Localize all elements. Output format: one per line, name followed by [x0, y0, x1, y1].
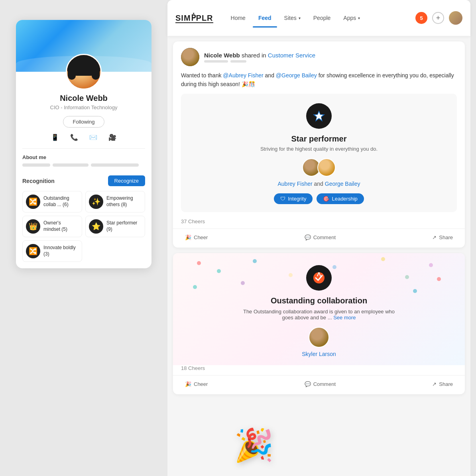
- nav-feed[interactable]: Feed: [253, 12, 277, 24]
- recognition-badge-icon: [306, 103, 332, 129]
- celebration-title: Oustanding collaboration: [181, 296, 457, 305]
- nav-sites[interactable]: Sites ▾: [279, 12, 306, 24]
- confetti: [193, 285, 197, 289]
- mention-george[interactable]: @George Bailey: [276, 72, 317, 79]
- call-icon[interactable]: 📞: [69, 132, 80, 143]
- mention-aubrey[interactable]: @Aubrey Fisher: [223, 72, 263, 79]
- comment-button-1[interactable]: 💬 Comment: [301, 232, 340, 243]
- comment-button-2[interactable]: 💬 Comment: [301, 379, 340, 389]
- cheer-icon: 🎉: [185, 381, 191, 387]
- badge-label-innovate: Innovate boldly (3): [43, 245, 79, 257]
- post-meta-1: Nicole Webb shared in Customer Service: [204, 52, 457, 63]
- celebration-desc: The Outstanding collaboration award is g…: [239, 309, 399, 321]
- badge-label-star: Star performer (9): [106, 220, 142, 232]
- placeholder-line: [91, 163, 139, 167]
- profile-card: Nicole Webb CIO - Information Technology…: [16, 20, 151, 268]
- add-button[interactable]: +: [432, 12, 444, 24]
- feed-area: Nicole Webb shared in Customer Service W…: [167, 36, 470, 476]
- badge-item-innovate[interactable]: 🔀 Innovate boldly (3): [22, 240, 82, 262]
- post-actions-1: 🎉 Cheer 💬 Comment ↗ Share: [173, 228, 465, 248]
- confetti: [437, 277, 441, 281]
- recognition-header: Recognition Recognize: [22, 175, 145, 186]
- contact-icons: 📱 📞 ✉️ 🎥: [16, 132, 151, 143]
- recipient-skyler-name[interactable]: Skyler Larson: [181, 351, 457, 357]
- about-label: About me: [22, 154, 145, 160]
- badge-icon-owner: 👑: [26, 219, 40, 234]
- badge-item-outstanding[interactable]: 🔀 Outstanding collab ... (6): [22, 191, 82, 212]
- post-channel[interactable]: Customer Service: [268, 52, 315, 59]
- nav-people[interactable]: People: [308, 12, 336, 24]
- recognition-names: Aubrey Fisher and George Bailey: [189, 181, 449, 187]
- confetti: [241, 281, 245, 285]
- avatar-face: [181, 48, 199, 66]
- comment-icon: 💬: [305, 381, 311, 387]
- post-content-1: Wanted to thank @Aubrey Fisher and @Geor…: [173, 71, 465, 94]
- post-header-1: Nicole Webb shared in Customer Service: [173, 41, 465, 71]
- tag-integrity[interactable]: 🛡 Integrity: [274, 193, 313, 204]
- avatar: [66, 54, 102, 90]
- phone-icon[interactable]: 📱: [49, 132, 61, 143]
- top-nav: SIMṖPLR Home Feed Sites ▾ People Apps ▾ …: [167, 0, 470, 36]
- badge-icon-empowering: ✨: [89, 195, 103, 209]
- cheer-icon: 🎉: [185, 234, 191, 240]
- logo-text: SIMṖPLR: [175, 14, 213, 23]
- cheer-button-1[interactable]: 🎉 Cheer: [181, 232, 212, 243]
- post-action: shared in: [242, 52, 268, 59]
- confetti: [197, 261, 201, 265]
- badge-item-empowering[interactable]: ✨ Empowering others (8): [85, 191, 145, 212]
- confetti: [217, 269, 221, 273]
- profile-actions: Following: [16, 116, 151, 128]
- post-card-1: Nicole Webb shared in Customer Service W…: [173, 41, 465, 248]
- confetti: [289, 273, 293, 277]
- post-text: Wanted to thank: [181, 72, 223, 79]
- party-popper: 🎉: [234, 427, 274, 464]
- recipient-avatar-george: [317, 158, 336, 177]
- share-button-1[interactable]: ↗ Share: [428, 232, 457, 243]
- notification-badge[interactable]: 5: [415, 12, 427, 24]
- confetti: [332, 265, 336, 269]
- badge-label-outstanding: Outstanding collab ... (6): [43, 195, 79, 208]
- post-actions-2: 🎉 Cheer 💬 Comment ↗ Share: [173, 375, 465, 394]
- post-author-avatar: [181, 48, 199, 66]
- placeholder-line: [53, 163, 89, 167]
- post-cheers-1: 37 Cheers: [173, 218, 465, 228]
- about-placeholders: [22, 163, 145, 167]
- nav-home[interactable]: Home: [225, 12, 251, 24]
- main-wrapper: Nicole Webb CIO - Information Technology…: [0, 0, 476, 476]
- confetti: [253, 259, 257, 263]
- badge-item-star[interactable]: ⭐ Star performer (9): [85, 216, 145, 237]
- following-button[interactable]: Following: [63, 116, 105, 128]
- recipient-george-link[interactable]: George Bailey: [325, 181, 360, 187]
- recipient-skyler-avatar: [309, 327, 329, 348]
- nav-right: 5 +: [415, 11, 462, 25]
- see-more-link[interactable]: See more: [333, 315, 356, 321]
- nav-apps[interactable]: Apps ▾: [338, 12, 366, 24]
- video-icon[interactable]: 🎥: [107, 132, 118, 143]
- placeholder: [230, 60, 246, 63]
- badge-item-owner[interactable]: 👑 Owner's mindset (5): [22, 216, 82, 237]
- confetti: [381, 257, 385, 261]
- share-button-2[interactable]: ↗ Share: [428, 379, 457, 389]
- profile-title: CIO - Information Technology: [16, 104, 151, 110]
- recognize-button[interactable]: Recognize: [108, 175, 145, 186]
- tag-leadership-label: Leadership: [332, 196, 357, 202]
- email-icon[interactable]: ✉️: [88, 132, 99, 143]
- badge-grid: 🔀 Outstanding collab ... (6) ✨ Empowerin…: [22, 191, 145, 262]
- post-author-line: Nicole Webb shared in Customer Service: [204, 52, 457, 59]
- placeholder-line: [22, 163, 50, 167]
- nav-links: Home Feed Sites ▾ People Apps ▾: [225, 12, 415, 24]
- badge-label-owner: Owner's mindset (5): [43, 220, 79, 232]
- cheer-label: Cheer: [194, 381, 208, 387]
- cheer-button-2[interactable]: 🎉 Cheer: [181, 379, 212, 389]
- user-avatar[interactable]: [449, 11, 462, 25]
- tag-leadership[interactable]: 🎯 Leadership: [317, 193, 364, 204]
- recognition-desc: Striving for the highest quality in ever…: [189, 146, 449, 152]
- celebration-background: Oustanding collaboration The Outstanding…: [173, 253, 465, 365]
- profile-avatar-wrap: [16, 54, 151, 90]
- chevron-down-icon: ▾: [299, 16, 301, 20]
- badge-icon-innovate: 🔀: [26, 244, 40, 258]
- recipient-aubrey-link[interactable]: Aubrey Fisher: [277, 181, 312, 187]
- nav-logo: SIMṖPLR: [175, 13, 213, 23]
- recognition-tags: 🛡 Integrity 🎯 Leadership: [189, 193, 449, 204]
- chevron-down-icon: ▾: [358, 16, 360, 20]
